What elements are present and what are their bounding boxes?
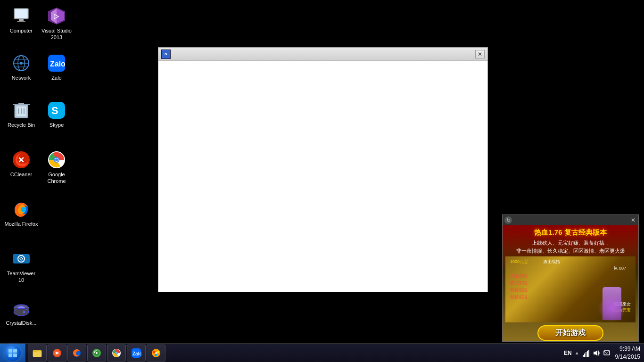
recycle-bin-label: Recycle Bin	[8, 122, 35, 128]
taskbar-chrome-button[interactable]	[107, 345, 126, 362]
svg-point-62	[155, 352, 157, 354]
svg-rect-66	[587, 351, 588, 357]
recycle-bin-icon	[12, 101, 31, 120]
skype-icon: S	[47, 101, 66, 120]
svg-point-13	[20, 62, 23, 65]
desktop-icon-firefox[interactable]: Mozilla Firefox	[2, 198, 40, 229]
tray-expand-button[interactable]: ▲	[575, 350, 579, 355]
game-item4-label: 精精戒指	[510, 294, 527, 300]
svg-point-59	[153, 351, 156, 353]
paint-taskbar-icon	[151, 348, 161, 358]
game-start-button[interactable]: 开始游戏	[537, 325, 603, 341]
svg-rect-67	[588, 350, 589, 357]
news-titlebar: N ✕	[158, 48, 487, 61]
taskbar-items: Zalo	[25, 344, 560, 362]
svg-point-40	[14, 308, 29, 316]
network-icon-label: Network	[12, 74, 31, 81]
computer-icon-label: Computer	[10, 27, 33, 34]
svg-rect-43	[33, 352, 41, 357]
explorer-icon	[32, 348, 42, 358]
svg-point-35	[20, 258, 22, 260]
language-indicator: EN	[564, 350, 572, 356]
news-close-button[interactable]: ✕	[475, 50, 485, 58]
tray-volume-icon[interactable]	[593, 349, 600, 357]
taskbar-tray: EN ▲	[560, 344, 644, 362]
game-level-label: lv. 087	[614, 266, 626, 271]
taskbar-paint-button[interactable]	[147, 345, 165, 362]
svg-rect-19	[18, 103, 24, 105]
zalo-desktop-label: Zalo	[51, 74, 61, 81]
skype-icon-label: Skype	[50, 122, 64, 128]
game-currency-label: 1000元宝	[510, 259, 528, 265]
taskbar-zalo-button[interactable]: Zalo	[127, 345, 146, 362]
svg-text:▷: ▷	[54, 12, 59, 20]
zalo-taskbar-icon: Zalo	[131, 348, 141, 358]
news-app-icon: N	[161, 49, 171, 59]
crystaldisk-icon	[12, 299, 31, 318]
svg-rect-64	[584, 354, 585, 357]
news-window-content	[158, 61, 487, 292]
desktop-icon-network[interactable]: Network	[2, 52, 40, 83]
desktop-icon-recycle[interactable]: Recycle Bin	[2, 99, 40, 130]
taskbar-wmp-button[interactable]	[48, 345, 66, 362]
firefox-taskbar-icon	[72, 348, 82, 358]
svg-rect-3	[17, 21, 25, 22]
svg-rect-63	[583, 355, 584, 357]
ccleaner-icon-label: CCleaner	[10, 171, 32, 178]
game-ad-description: 上线砍人、元宝好赚、装备好搞， 非一夜情服、长久稳定、区区激情、老区更火爆	[505, 239, 636, 255]
vstudio-icon: ▷	[47, 7, 66, 25]
svg-text:Zalo: Zalo	[50, 60, 66, 68]
svg-rect-44	[33, 350, 37, 352]
taskbar-firefox-button[interactable]	[67, 345, 86, 362]
taskbar: Zalo EN ▲	[0, 343, 644, 362]
start-button[interactable]	[0, 344, 25, 362]
game-ad-desc-line1: 上线砍人、元宝好赚、装备好搞，	[532, 240, 610, 246]
tray-message-icon[interactable]	[603, 349, 611, 357]
desktop-icon-crystaldisk[interactable]: CrystalDisk...	[2, 297, 40, 328]
clock-time: 9:39 AM	[619, 345, 640, 353]
game-ad-body: 热血1.76 复古经典版本 上线砍人、元宝好赚、装备好搞， 非一夜情服、长久稳定…	[503, 225, 638, 341]
desktop-icon-teamviewer[interactable]: TeamViewer 10	[2, 247, 40, 286]
desktop-icon-ccleaner[interactable]: CCleaner	[2, 148, 40, 180]
game-item2-label: 烧成灰指	[510, 280, 527, 286]
desktop-icon-skype[interactable]: S Skype	[38, 99, 75, 130]
game-ad-title: 热血1.76 复古经典版本	[505, 228, 636, 237]
desktop-icon-vstudio[interactable]: ▷ Visual Studio2013	[38, 5, 75, 43]
ccleaner-icon	[12, 150, 31, 169]
game-ad-refresh-icon[interactable]: ↻	[504, 216, 512, 224]
svg-text:S: S	[51, 105, 58, 116]
svg-point-60	[157, 351, 159, 353]
desktop-icon-zalo[interactable]: Zalo Zalo	[38, 52, 75, 83]
network-icon	[12, 54, 31, 73]
game-ad-close-button[interactable]: ✕	[630, 217, 636, 223]
firefox-icon	[12, 200, 31, 219]
cdburner-icon	[91, 348, 102, 358]
chrome-icon-label: Google Chrome	[40, 171, 74, 185]
taskbar-cdburner-button[interactable]	[87, 345, 106, 362]
tray-lang[interactable]: EN	[564, 350, 572, 356]
vstudio-icon-label: Visual Studio2013	[41, 27, 72, 41]
svg-rect-65	[586, 352, 586, 357]
chrome-icon	[47, 150, 66, 169]
zalo-desktop-icon: Zalo	[47, 54, 66, 73]
desktop-icon-chrome[interactable]: Google Chrome	[38, 148, 75, 187]
svg-point-30	[55, 158, 58, 161]
clock-date: 9/14/2015	[615, 353, 640, 361]
game-item1-label: 火焰戒指	[510, 273, 527, 279]
system-clock[interactable]: 9:39 AM 9/14/2015	[615, 345, 640, 361]
tray-network-icon[interactable]	[582, 349, 590, 357]
firefox-icon-label: Mozilla Firefox	[5, 221, 38, 227]
svg-point-55	[116, 352, 117, 354]
game-ad-titlebar: ↻ ✕	[503, 215, 638, 225]
computer-icon	[12, 7, 31, 25]
svg-point-61	[155, 354, 157, 356]
start-orb	[5, 345, 21, 361]
crystaldisk-icon-label: CrystalDisk...	[6, 320, 37, 326]
game-ad-popup: ↻ ✕ 热血1.76 复古经典版本 上线砍人、元宝好赚、装备好搞， 非一夜情服、…	[502, 214, 639, 342]
game-skill-label: 勇士战指	[543, 259, 560, 265]
svg-point-41	[23, 311, 25, 313]
desktop-icon-computer[interactable]: Computer	[2, 5, 40, 36]
taskbar-explorer-button[interactable]	[28, 345, 47, 362]
wmp-icon	[52, 348, 62, 358]
svg-text:Zalo: Zalo	[132, 351, 141, 356]
